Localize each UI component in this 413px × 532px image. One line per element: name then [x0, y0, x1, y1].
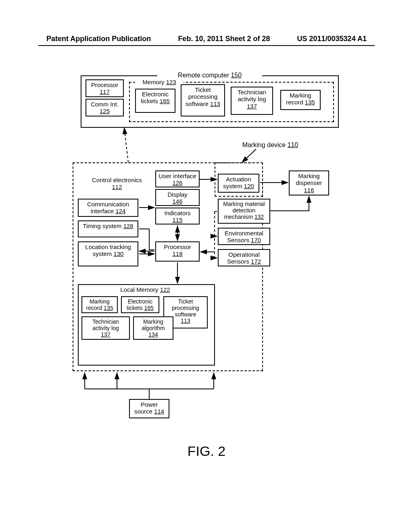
header-center: Feb. 10, 2011 Sheet 2 of 28 [178, 35, 270, 43]
svg-line-2 [242, 149, 256, 162]
arrows-layer [65, 71, 347, 433]
svg-line-0 [124, 128, 128, 162]
header-left: Patent Application Publication [46, 35, 151, 43]
header-right: US 2011/0035324 A1 [297, 35, 367, 43]
figure-caption: FIG. 2 [0, 443, 413, 459]
header-rule [38, 45, 375, 46]
page-header: Patent Application Publication Feb. 10, … [0, 35, 413, 43]
